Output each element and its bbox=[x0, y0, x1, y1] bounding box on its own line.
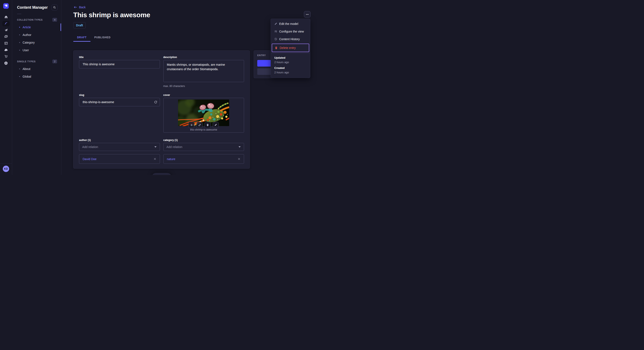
ellipsis-icon bbox=[306, 13, 309, 16]
field-slug: slug bbox=[79, 94, 160, 133]
bullet-dot bbox=[19, 68, 20, 69]
chevron-down-icon bbox=[154, 146, 157, 148]
field-label-cover: cover bbox=[163, 94, 244, 97]
rail-item-content-manager[interactable] bbox=[0, 20, 12, 27]
close-icon bbox=[154, 158, 156, 160]
collection-types-list: Article Author Category User bbox=[12, 23, 61, 55]
single-types-list: About Global bbox=[12, 65, 61, 82]
description-hint: max. 80 characters bbox=[163, 85, 244, 88]
menu-item-label: Delete entry bbox=[280, 46, 296, 49]
menu-item-label: Configure the view bbox=[279, 30, 304, 33]
search-icon bbox=[53, 6, 56, 9]
field-label-description: description bbox=[163, 56, 244, 59]
more-options-button[interactable] bbox=[304, 11, 310, 18]
content-manager-sidebar: Content Manager COLLECTION TYPES 4 Artic… bbox=[12, 0, 61, 175]
remove-author-relation-button[interactable] bbox=[154, 158, 156, 160]
rail-item-content-type-builder[interactable] bbox=[0, 40, 12, 47]
add-media-button[interactable] bbox=[188, 122, 195, 128]
history-icon bbox=[274, 38, 277, 41]
copy-link-button[interactable] bbox=[196, 122, 203, 128]
sidebar-item-label: Author bbox=[22, 33, 31, 37]
floating-action-partial[interactable] bbox=[152, 173, 172, 175]
bullet-dot bbox=[19, 34, 20, 35]
form-grid: title description Mantis shrimps, or sto… bbox=[74, 51, 250, 169]
section-count-badge: 2 bbox=[52, 59, 57, 63]
cloud-icon bbox=[4, 48, 8, 52]
rail-item-home[interactable] bbox=[0, 14, 12, 20]
close-icon bbox=[238, 158, 240, 160]
title-input[interactable] bbox=[79, 60, 160, 68]
arrow-left-icon bbox=[74, 6, 77, 8]
status-badge: Draft bbox=[74, 22, 86, 28]
pencil-icon bbox=[274, 22, 277, 25]
menu-item-content-history[interactable]: Content History bbox=[272, 35, 309, 43]
menu-item-edit-model[interactable]: Edit the model bbox=[272, 20, 309, 28]
field-category: category (1) Add relation nature bbox=[163, 139, 244, 164]
delete-media-button[interactable] bbox=[205, 122, 211, 128]
pencil-icon bbox=[214, 124, 217, 126]
search-button[interactable] bbox=[52, 4, 58, 10]
sidebar-item-about[interactable]: About bbox=[12, 65, 61, 73]
sidebar-item-author[interactable]: Author bbox=[12, 31, 61, 39]
relation-placeholder: Add relation bbox=[82, 145, 98, 149]
category-relation-link[interactable]: nature bbox=[167, 157, 176, 161]
back-link[interactable]: Back bbox=[74, 5, 86, 9]
author-relation-combobox[interactable]: Add relation bbox=[79, 143, 160, 151]
field-author: author (1) Add relation David Doe bbox=[79, 139, 160, 164]
menu-item-label: Edit the model bbox=[279, 22, 298, 25]
menu-item-label: Content History bbox=[279, 37, 300, 41]
author-relation-link[interactable]: David Doe bbox=[83, 157, 96, 161]
cover-filename: this-shrimp-is-awesome bbox=[190, 128, 217, 131]
plus-icon bbox=[190, 124, 193, 127]
rail-item-cloud[interactable] bbox=[0, 47, 12, 53]
slug-input[interactable] bbox=[79, 98, 160, 106]
sidebar-item-user[interactable]: User bbox=[12, 46, 61, 54]
regenerate-slug-button[interactable] bbox=[154, 100, 158, 104]
rail-item-marketplace[interactable] bbox=[0, 53, 12, 60]
category-relation-combobox[interactable]: Add relation bbox=[163, 143, 244, 151]
tab-draft[interactable]: DRAFT bbox=[73, 33, 90, 42]
bullet-dot bbox=[19, 42, 20, 43]
rail-item-settings[interactable] bbox=[0, 60, 12, 66]
sidebar-item-category[interactable]: Category bbox=[12, 39, 61, 46]
sidebar-divider bbox=[17, 14, 21, 14]
strapi-logo-icon bbox=[3, 3, 9, 9]
sidebar-item-label: Global bbox=[22, 75, 31, 78]
rail-divider bbox=[0, 163, 12, 164]
list-plus-icon bbox=[274, 30, 277, 33]
sidebar-item-global[interactable]: Global bbox=[12, 73, 61, 80]
page-title: This shrimp is awesome bbox=[73, 11, 150, 19]
field-label-title: title bbox=[79, 56, 160, 59]
rail-item-deploy[interactable] bbox=[0, 27, 12, 33]
remove-category-relation-button[interactable] bbox=[238, 158, 240, 160]
sidebar-header: Content Manager bbox=[12, 0, 61, 10]
slug-input-wrapper bbox=[79, 98, 160, 106]
feather-icon bbox=[4, 22, 8, 25]
sidebar-item-label: User bbox=[22, 48, 29, 52]
chevron-down-icon bbox=[238, 146, 241, 148]
bullet-dot bbox=[19, 27, 20, 28]
field-title: title bbox=[79, 56, 160, 88]
rail-item-media-library[interactable] bbox=[0, 33, 12, 40]
version-tabs: DRAFT PUBLISHED bbox=[73, 33, 114, 42]
edit-media-button[interactable] bbox=[213, 122, 219, 128]
author-relation-item: David Doe bbox=[79, 154, 160, 164]
field-label-author: author (1) bbox=[79, 139, 160, 142]
description-textarea[interactable]: Mantis shrimps, or stomatopods, are mari… bbox=[163, 60, 244, 82]
home-icon bbox=[4, 15, 8, 19]
strapi-logo[interactable] bbox=[3, 3, 9, 9]
sidebar-item-article[interactable]: Article bbox=[12, 23, 61, 31]
user-avatar[interactable]: KD bbox=[3, 166, 9, 172]
tab-published[interactable]: PUBLISHED bbox=[90, 33, 114, 42]
category-relation-item: nature bbox=[163, 154, 244, 164]
menu-item-configure-view[interactable]: Configure the view bbox=[272, 28, 309, 35]
cover-actions-toolbar bbox=[188, 122, 219, 128]
field-cover: cover bbox=[163, 94, 244, 133]
updated-value: 2 hours ago bbox=[274, 61, 307, 64]
menu-item-delete-entry[interactable]: Delete entry bbox=[272, 44, 309, 52]
back-label: Back bbox=[79, 5, 86, 9]
paper-plane-icon bbox=[4, 28, 8, 32]
refresh-icon bbox=[154, 100, 158, 104]
entry-meta: Updated 2 hours ago Created 2 hours ago bbox=[272, 53, 309, 77]
cart-icon bbox=[4, 55, 8, 58]
